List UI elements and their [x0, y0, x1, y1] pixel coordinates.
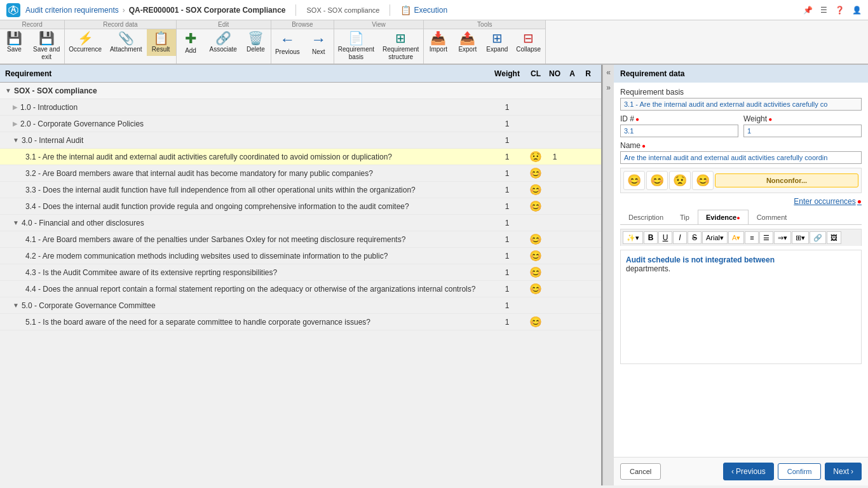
editor-magic-button[interactable]: ✨▾	[623, 231, 643, 244]
row-text: 1.0 - Introduction	[20, 103, 488, 112]
table-row[interactable]: ▼ SOX - SOX compliance	[0, 83, 601, 99]
tab-description[interactable]: Description	[620, 210, 672, 224]
header-execution[interactable]: 📋 Execution	[400, 5, 447, 15]
table-row[interactable]: ▶ 2.0 - Corporate Governance Policies 1	[0, 116, 601, 132]
next-button[interactable]: → Next	[304, 29, 334, 58]
editor-underline-button[interactable]: U	[658, 231, 672, 244]
occurrence-button[interactable]: ⚡ Occurrence	[65, 29, 106, 56]
expand-right-button[interactable]: »	[603, 80, 614, 95]
export-button[interactable]: 📤 Export	[453, 29, 482, 56]
help-icon[interactable]: ❓	[835, 6, 844, 15]
tab-evidence[interactable]: Evidence●	[698, 210, 749, 224]
req-basis-button[interactable]: 📄 Requirementbasis	[334, 29, 379, 64]
table-row[interactable]: 3.1 - Are the internal audit and externa…	[0, 149, 601, 165]
editor-toolbar: ✨▾ B U I S Arial▾ A▾ ≡ ☰ ⇒▾ ⊞▾ 🔗 🖼	[620, 229, 862, 246]
row-text: 5.0 - Corporate Governance Committee	[22, 301, 488, 310]
smiley-green-button[interactable]: 😊	[623, 171, 645, 190]
row-cl: 😊	[526, 250, 545, 262]
row-cl: 😊	[526, 167, 545, 179]
table-row[interactable]: 4.2 - Are modem communication methods in…	[0, 248, 601, 264]
nonconfor-button[interactable]: Nonconfor...	[715, 173, 858, 187]
svg-text:A: A	[11, 5, 17, 14]
main-content: Requirement Weight CL NO A R ▼ SOX - SOX…	[0, 65, 868, 485]
editor-highlight-button[interactable]: A▾	[728, 231, 744, 244]
breadcrumb-app[interactable]: Audit criterion requirements	[25, 6, 119, 15]
detail-tabs: Description Tip Evidence● Comment	[620, 210, 862, 225]
collapse-left-button[interactable]: «	[603, 65, 614, 80]
table-row[interactable]: ▼ 3.0 - Internal Audit 1	[0, 132, 601, 149]
collapse-button[interactable]: ⊟ Collapse	[512, 29, 545, 56]
table-row[interactable]: 4.1 - Are Board members aware of the pen…	[0, 231, 601, 248]
table-row[interactable]: 3.2 - Are Board members aware that inter…	[0, 165, 601, 182]
import-button[interactable]: 📥 Import	[424, 29, 453, 56]
toolbar-group-tools: Tools 📥 Import 📤 Export ⊞ Expand ⊟ Colla…	[424, 20, 546, 64]
editor-font-button[interactable]: Arial▾	[702, 231, 728, 244]
tab-tip[interactable]: Tip	[672, 210, 698, 224]
editor-ol-button[interactable]: ☰	[759, 231, 773, 244]
row-text: 3.3 - Does the internal audit function h…	[25, 186, 488, 194]
right-panel-content: Requirement basis ID # ●	[614, 83, 868, 457]
req-basis-label: Requirement basis	[620, 88, 862, 97]
table-row[interactable]: 5.1 - Is the board aware of the need for…	[0, 314, 601, 330]
req-structure-button[interactable]: ⊞ Requirementstructure	[379, 29, 423, 64]
occurrences-section: Enter occurrences ●	[620, 197, 862, 206]
table-row[interactable]: ▶ 1.0 - Introduction 1	[0, 99, 601, 116]
row-weight: 1	[488, 285, 526, 294]
previous-footer-button[interactable]: ‹ Previous	[723, 463, 774, 480]
expand-icon: ▶	[13, 120, 18, 127]
req-basis-input[interactable]	[620, 98, 862, 111]
add-button[interactable]: ✚ Add	[177, 29, 206, 57]
expand-button[interactable]: ⊞ Expand	[482, 29, 512, 56]
prev-arrow-icon: ‹	[731, 467, 734, 476]
id-input[interactable]	[620, 125, 738, 137]
table-row[interactable]: 4.3 - Is the Audit Commitee aware of its…	[0, 264, 601, 281]
save-exit-button[interactable]: 💾 Save andexit	[29, 29, 64, 64]
editor-bold-button[interactable]: B	[644, 231, 658, 244]
previous-button[interactable]: ← Previous	[271, 29, 304, 58]
table-row[interactable]: 3.3 - Does the internal audit function h…	[0, 182, 601, 198]
occurrence-label: Occurrence	[69, 46, 102, 53]
toolbar: Record 💾 Save 💾 Save andexit Record data…	[0, 20, 868, 65]
smiley-orange-button[interactable]: 😟	[669, 171, 691, 190]
menu-icon[interactable]: ☰	[820, 6, 827, 15]
save-button[interactable]: 💾 Save	[0, 29, 29, 64]
smiley-yellow-button[interactable]: 😊	[692, 171, 714, 190]
associate-button[interactable]: 🔗 Associate	[206, 29, 241, 57]
table-row[interactable]: 3.4 - Does the internal audit function p…	[0, 198, 601, 215]
name-input[interactable]	[620, 151, 862, 164]
editor-table-button[interactable]: ⊞▾	[792, 231, 809, 244]
attachment-button[interactable]: 📎 Attachment	[106, 29, 147, 56]
enter-occurrences-link[interactable]: Enter occurrences ●	[620, 197, 862, 206]
editor-strikethrough-button[interactable]: S	[688, 231, 702, 244]
editor-ul-button[interactable]: ≡	[745, 231, 759, 244]
collapse-icon: ⊟	[523, 32, 534, 44]
editor-image-button[interactable]: 🖼	[827, 231, 841, 244]
pin-icon[interactable]: 📌	[803, 6, 813, 15]
next-footer-button[interactable]: Next ›	[825, 463, 862, 480]
toolbar-group-edit-items: ✚ Add 🔗 Associate 🗑️ Delete	[177, 29, 271, 57]
confirm-button[interactable]: Confirm	[778, 463, 822, 480]
right-panel-container: « » Requirement data Requirement basis	[602, 65, 868, 485]
requirements-panel: Requirement Weight CL NO A R ▼ SOX - SOX…	[0, 65, 602, 485]
editor-italic-button[interactable]: I	[673, 231, 687, 244]
toolbar-group-record-data-label: Record data	[65, 20, 175, 29]
table-row[interactable]: ▼ 4.0 - Financial and other disclosures …	[0, 215, 601, 231]
tab-comment[interactable]: Comment	[749, 210, 796, 224]
user-icon[interactable]: 👤	[852, 6, 862, 15]
row-text: 5.1 - Is the board aware of the need for…	[25, 318, 488, 327]
import-icon: 📥	[430, 32, 446, 44]
delete-button[interactable]: 🗑️ Delete	[241, 29, 271, 57]
weight-input[interactable]	[743, 125, 862, 137]
evidence-editor[interactable]: Audit schedule is not integrated between…	[620, 250, 862, 364]
req-basis-label: Requirementbasis	[338, 46, 374, 61]
editor-link-button[interactable]: 🔗	[810, 231, 826, 244]
table-row[interactable]: ▼ 5.0 - Corporate Governance Committee 1	[0, 297, 601, 314]
smiley-blue-button[interactable]: 😊	[646, 171, 668, 190]
editor-indent-button[interactable]: ⇒▾	[774, 231, 791, 244]
row-text: 3.0 - Internal Audit	[22, 136, 488, 145]
result-button[interactable]: 📋 Result	[147, 29, 176, 56]
cancel-button[interactable]: Cancel	[620, 463, 661, 480]
name-label: Name ●	[620, 141, 862, 150]
table-row[interactable]: 4.4 - Does the annual report contain a f…	[0, 281, 601, 297]
toolbar-group-browse: Browse ← Previous → Next	[271, 20, 334, 64]
